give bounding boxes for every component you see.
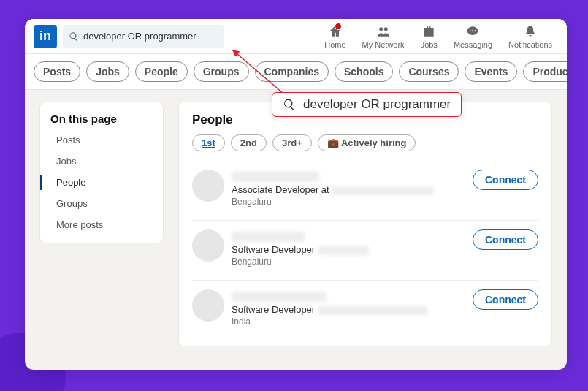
search-input[interactable]: developer OR programmer	[63, 25, 224, 48]
sidebar: On this page Posts Jobs People Groups Mo…	[39, 102, 164, 243]
top-navigation: Home My Network Jobs Messaging Notificat…	[324, 24, 561, 49]
filter-posts[interactable]: Posts	[34, 61, 80, 82]
avatar[interactable]	[192, 289, 224, 322]
nav-home[interactable]: Home	[324, 24, 345, 49]
nav-label: Home	[324, 40, 345, 49]
redacted-company	[318, 246, 369, 255]
connection-degree-filters: 1st 2nd 3rd+ 💼 Actively hiring	[192, 134, 538, 151]
result-body: Associate Developer at Bengaluru	[232, 170, 465, 207]
callout-text: developer OR programmer	[303, 97, 451, 112]
filter-3rd[interactable]: 3rd+	[272, 134, 312, 151]
redacted-name	[232, 232, 305, 242]
sidebar-item-jobs[interactable]: Jobs	[50, 153, 163, 169]
avatar[interactable]	[192, 229, 224, 262]
result-location: Bengaluru	[232, 197, 465, 207]
filter-courses[interactable]: Courses	[399, 61, 459, 82]
bell-icon	[522, 24, 538, 39]
redacted-name	[232, 292, 327, 302]
result-body: Software Developer India	[232, 289, 465, 327]
network-icon	[375, 24, 392, 39]
results-panel: People 1st 2nd 3rd+ 💼 Actively hiring As…	[178, 102, 552, 346]
sidebar-item-more-posts[interactable]: More posts	[50, 217, 163, 232]
jobs-icon	[421, 24, 437, 39]
svg-point-5	[475, 30, 476, 31]
filter-events[interactable]: Events	[465, 61, 517, 82]
search-icon	[283, 98, 296, 111]
result-location: Bengaluru	[232, 257, 465, 267]
content-body: On this page Posts Jobs People Groups Mo…	[25, 90, 567, 358]
filter-2nd[interactable]: 2nd	[231, 134, 267, 151]
notification-badge	[335, 23, 342, 30]
nav-notifications[interactable]: Notifications	[508, 24, 552, 49]
svg-point-0	[379, 27, 383, 31]
filter-1st[interactable]: 1st	[192, 134, 225, 151]
filter-actively-hiring[interactable]: 💼 Actively hiring	[318, 134, 416, 151]
connect-button[interactable]: Connect	[473, 289, 538, 310]
filter-jobs[interactable]: Jobs	[86, 61, 129, 82]
messaging-icon	[465, 24, 481, 39]
nav-label: Notifications	[508, 40, 552, 49]
avatar[interactable]	[192, 170, 224, 202]
sidebar-nav: Posts Jobs People Groups More posts	[50, 132, 163, 232]
connect-button[interactable]: Connect	[473, 170, 538, 190]
result-title: Software Developer	[232, 244, 465, 255]
filter-schools[interactable]: Schools	[335, 61, 393, 82]
result-row: Associate Developer at Bengaluru Connect	[192, 160, 538, 216]
sidebar-item-groups[interactable]: Groups	[50, 196, 163, 211]
nav-label: Messaging	[454, 40, 492, 49]
filter-products[interactable]: Products	[523, 61, 567, 82]
result-row: Software Developer India Connect	[192, 280, 538, 335]
filter-people[interactable]: People	[135, 61, 188, 82]
svg-point-3	[470, 30, 471, 31]
result-title: Software Developer	[232, 304, 465, 315]
svg-line-6	[232, 50, 289, 98]
sidebar-item-people[interactable]: People	[40, 175, 163, 190]
redacted-name	[232, 172, 319, 182]
nav-jobs[interactable]: Jobs	[421, 24, 438, 49]
sidebar-item-posts[interactable]: Posts	[50, 132, 163, 148]
nav-label: My Network	[362, 40, 405, 49]
result-row: Software Developer Bengaluru Connect	[192, 220, 538, 276]
result-location: India	[232, 316, 465, 327]
redacted-company	[318, 306, 427, 315]
connect-button[interactable]: Connect	[473, 229, 538, 250]
search-query-text: developer OR programmer	[83, 31, 196, 42]
nav-label: Jobs	[421, 40, 438, 49]
svg-point-4	[472, 30, 473, 31]
search-icon	[69, 31, 79, 42]
sidebar-title: On this page	[50, 113, 163, 125]
nav-messaging[interactable]: Messaging	[454, 24, 492, 49]
search-callout: developer OR programmer	[272, 92, 462, 117]
linkedin-logo[interactable]: in	[34, 25, 57, 48]
result-title: Associate Developer at	[232, 184, 465, 195]
nav-my-network[interactable]: My Network	[362, 24, 405, 49]
svg-point-1	[383, 27, 387, 31]
redacted-company	[332, 186, 434, 195]
result-body: Software Developer Bengaluru	[232, 229, 465, 267]
